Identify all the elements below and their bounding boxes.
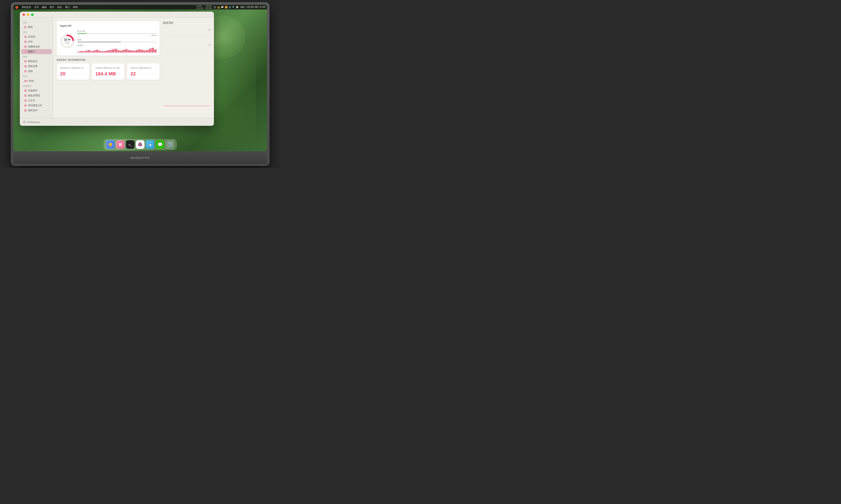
cpu-bar-segment [125,49,127,53]
cpu-bar-segment [146,50,149,53]
menu-view[interactable]: 显示 [50,5,54,9]
connections-icon [24,70,27,73]
cpu-bar-segment [93,50,96,53]
cpu-bar-segment [136,50,138,53]
sidebar-item-duplicates[interactable]: 查找重复文件 [21,103,52,108]
cpu-bar-segment [120,51,122,53]
sidebar-item-privacy[interactable]: 隐私保护 [21,108,52,113]
laptop-screen: 🍎 系统监控 文件 编辑 显示 前往 窗口 帮助 8.94% 8.52 GB ↑… [13,5,267,151]
menu-edit[interactable]: 编辑 [42,5,47,9]
cpu-stats: 8.94% 8.52 GB [197,5,203,9]
preferences-label[interactable]: Preferences [27,121,40,123]
energy-title: 能源消耗 [163,21,210,25]
sidebar-item-disk[interactable]: 电脑驱动器 [21,44,52,49]
network-stats: ↑ 153 B/s ↓ 993 B/s [205,5,212,9]
menu-help[interactable]: 帮助 [73,5,78,9]
menubar: 🍎 系统监控 文件 编辑 显示 前往 窗口 帮助 8.94% 8.52 GB ↑… [13,5,267,10]
sidebar-item-battery[interactable]: 电池 [21,78,52,83]
dock-launchpad[interactable] [116,140,125,149]
disk-cleaner-icon [24,94,27,97]
dock-terminal[interactable]: >_ [126,140,135,149]
cpu-bar-segment [99,51,101,53]
svg-point-9 [120,144,121,145]
cpu-bar-segment [130,50,133,53]
svg-point-11 [119,145,120,146]
cpu-chart [78,48,157,53]
battery-icon [24,80,28,82]
vram-metric: 显卡内存 0.8 % [78,30,157,37]
device-utilization-card: Device Utilization % 22 [127,63,159,80]
dock-finder[interactable]: 😊 [106,140,115,149]
donut-percent: 22 % [64,38,70,41]
cpu-bar-segment [78,52,80,53]
main-content-area: Apple M2 [53,18,214,118]
dock: 😊 [104,139,177,150]
sidebar-item-overview[interactable]: 概览 [21,24,52,30]
dock-trash[interactable]: 🗑️ [166,140,174,149]
energy-axis-25: 25 [208,44,210,46]
large-files-icon [24,99,27,102]
menubar-left: 🍎 系统监控 文件 编辑 显示 前往 窗口 帮助 [15,5,78,9]
sidebar-item-cpu[interactable]: 处理器 [21,34,52,39]
driver-cards: Renderer Utilization % 20 System Memory … [57,63,159,80]
cpu-bar-segment [141,50,143,53]
donut-sublabel: 显卡的利用 [64,41,70,45]
minimize-button[interactable] [27,13,29,16]
cpu-bar-segment [149,49,151,53]
maximize-button[interactable] [31,13,34,16]
energy-gridline-50 [163,35,208,35]
window-body: 总览 概览 用法 处理器 [20,18,214,118]
system-memory-card: System Memory in Use 184.4 MB [92,63,124,80]
cpu-bar-segment [104,51,106,53]
menu-finder[interactable]: 系统监控 [21,5,31,9]
energy-axis-50: 50 [208,29,210,31]
temp-bar-fill [78,41,121,42]
vram-value: 0.8 % [78,34,157,37]
cpu-chart-label: 处理器 [78,44,157,47]
privacy-icon [24,109,27,112]
sidebar-item-connections[interactable]: 连接 [21,69,52,74]
dock-wechat[interactable]: 💬 [156,140,164,149]
quick-maintenance-icon [24,89,27,92]
cpu-bar-segment [115,49,117,53]
menu-window[interactable]: 窗口 [65,5,70,9]
macbook-label: MacBook Pro [131,156,150,159]
desktop-content: 总览 概览 用法 处理器 [13,10,267,151]
sidebar-item-quick-maintenance[interactable]: 快速维护 [21,88,52,93]
desktop: 🍎 系统监控 文件 编辑 显示 前往 窗口 帮助 8.94% 8.52 GB ↑… [13,5,267,151]
duplicates-icon [24,104,27,107]
temp-metric: 温度 [78,38,157,42]
sidebar-item-disk-cleaner[interactable]: 磁盘清理器 [21,93,52,98]
cpu-bar-segment [112,49,114,53]
cpu-bar-segment [83,51,85,53]
menu-go[interactable]: 前往 [57,5,62,9]
cpu-bar-segment [133,51,135,53]
svg-point-13 [121,145,122,146]
sidebar-item-network-status[interactable]: 网络状态 [21,59,52,64]
memory-icon [24,40,27,43]
svg-point-5 [119,143,120,144]
svg-point-6 [120,143,121,144]
close-button[interactable] [22,13,25,16]
apple-menu-icon[interactable]: 🍎 [15,5,19,9]
battery-level: 96% [240,6,245,8]
gpu-name: Apple M2 [60,24,157,28]
sidebar-item-memory[interactable]: 内存 [21,39,52,44]
sidebar-item-network-traffic[interactable]: 网络流量 [21,64,52,69]
sidebar-item-gpu[interactable]: 图形卡 [21,49,52,54]
gpu-metrics: 显卡内存 0.8 % [78,30,157,53]
dock-safari[interactable] [146,140,154,149]
energy-data-line [163,106,210,106]
cpu-bar-segment [154,49,157,53]
svg-point-7 [121,143,122,144]
menu-file[interactable]: 文件 [34,5,39,9]
cpu-bar-segment [151,48,154,53]
section-label-overview: 总览 [20,20,53,24]
window-titlebar [20,12,214,18]
section-label-maintenance: 系统维护 [20,83,53,88]
system-memory-label: System Memory in Use [95,66,121,69]
vram-bar-bg [78,33,157,34]
sidebar-item-large-files[interactable]: 大文件 [21,98,52,103]
cpu-bar-segment [96,50,98,53]
dock-chrome[interactable] [136,140,144,149]
